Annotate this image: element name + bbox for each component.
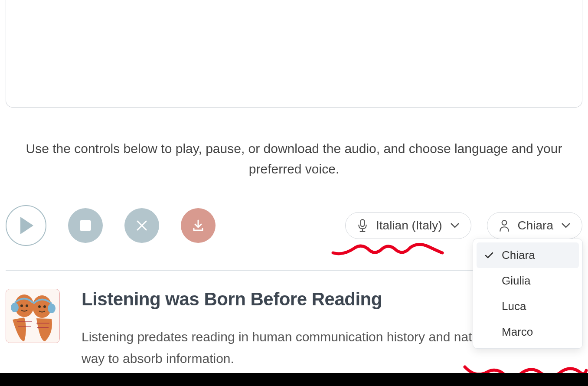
person-icon — [499, 219, 510, 232]
svg-rect-4 — [361, 219, 365, 226]
svg-point-12 — [26, 304, 28, 307]
voice-dropdown[interactable]: Chiara — [487, 212, 582, 239]
playback-buttons — [6, 205, 216, 246]
voice-dropdown-menu: ChiaraGiuliaLucaMarco — [473, 239, 583, 349]
svg-marker-0 — [20, 217, 33, 234]
voice-option[interactable]: Luca — [477, 294, 579, 319]
article-thumbnail — [6, 289, 60, 343]
svg-rect-1 — [80, 220, 91, 231]
voice-option-label: Chiara — [502, 249, 535, 262]
chevron-down-icon — [561, 222, 571, 229]
svg-point-13 — [38, 305, 41, 308]
svg-point-7 — [502, 220, 506, 225]
play-button[interactable] — [6, 205, 46, 246]
voice-option[interactable]: Giulia — [477, 268, 579, 294]
voice-option-label: Giulia — [502, 274, 530, 288]
voice-option-label: Marco — [502, 325, 533, 339]
voice-label: Chiara — [518, 219, 553, 232]
voice-option[interactable]: Marco — [477, 319, 579, 345]
svg-point-15 — [11, 303, 19, 312]
close-icon — [136, 220, 147, 231]
bottom-strip — [0, 373, 588, 386]
instructions-text: Use the controls below to play, pause, o… — [0, 139, 588, 179]
check-icon — [484, 252, 494, 259]
svg-point-16 — [48, 304, 56, 313]
chevron-down-icon — [450, 222, 460, 229]
svg-rect-8 — [6, 289, 60, 343]
content-panel — [6, 0, 582, 108]
stop-button[interactable] — [68, 208, 103, 243]
language-dropdown[interactable]: Italian (Italy) — [345, 212, 471, 239]
svg-point-11 — [20, 304, 23, 307]
svg-point-14 — [43, 305, 46, 308]
language-label: Italian (Italy) — [376, 219, 442, 232]
download-button[interactable] — [181, 208, 216, 243]
microphone-icon — [357, 219, 368, 232]
download-icon — [192, 219, 205, 232]
stop-icon — [80, 220, 91, 231]
voice-option[interactable]: Chiara — [477, 242, 579, 268]
cancel-button[interactable] — [124, 208, 159, 243]
play-icon — [19, 217, 33, 234]
voice-option-label: Luca — [502, 300, 526, 313]
